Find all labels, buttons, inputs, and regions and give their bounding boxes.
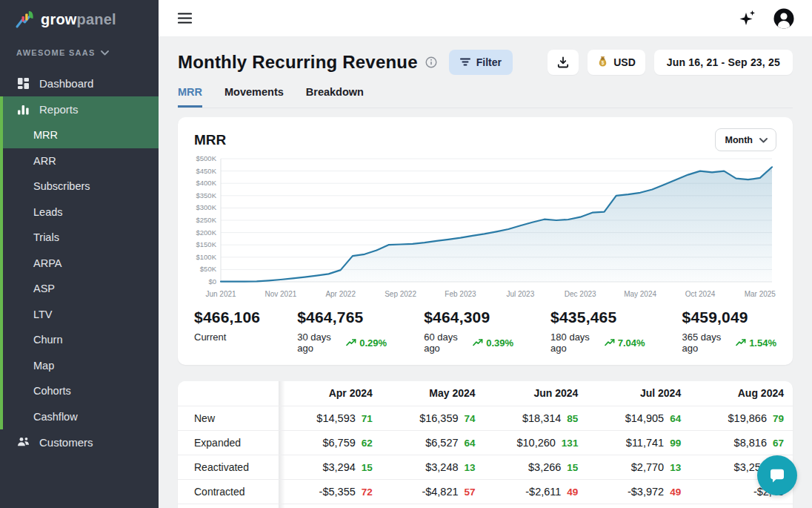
movement-value-cell: $6,52764 <box>382 430 485 455</box>
hamburger-menu-icon[interactable] <box>178 13 192 24</box>
sidebar-item-label: Dashboard <box>39 77 93 90</box>
customers-icon <box>17 436 30 449</box>
movement-value-cell: $11,74199 <box>587 430 690 455</box>
info-icon[interactable] <box>425 56 437 68</box>
download-button[interactable] <box>548 50 579 75</box>
mrr-stats: $466,106 Current $464,765 30 days ago 0.… <box>194 309 776 354</box>
tab-breakdown[interactable]: Breakdown <box>306 86 364 108</box>
trend-up-icon <box>473 339 483 346</box>
movement-value-cell: $3,24813 <box>382 455 485 479</box>
svg-text:Apr 2022: Apr 2022 <box>325 290 356 298</box>
filter-button[interactable]: Filter <box>449 50 513 75</box>
movement-value-cell: $8,81667 <box>690 430 793 455</box>
sidebar-item-dashboard[interactable]: Dashboard <box>0 70 159 96</box>
movement-value-cell: $14,90564 <box>587 406 690 430</box>
mrr-area-chart: $0$50K$100K$150K$200K$250K$300K$350K$400… <box>194 154 776 301</box>
sidebar-subitem-trials[interactable]: Trials <box>3 225 159 251</box>
dashboard-icon <box>17 77 30 90</box>
chevron-down-icon <box>101 48 109 57</box>
chevron-down-icon <box>759 135 768 145</box>
svg-text:$200K: $200K <box>196 228 217 237</box>
table-row: Contracted-$5,35572-$4,82157-$2,61149-$3… <box>178 479 793 504</box>
stat-30-days: $464,765 30 days ago 0.29% <box>297 309 387 354</box>
sidebar-subitem-cohorts[interactable]: Cohorts <box>3 378 159 404</box>
page-header: Monthly Recurring Revenue Filter <box>178 50 793 75</box>
sidebar-subitem-arpa[interactable]: ARPA <box>3 251 159 277</box>
sidebar-subitem-leads[interactable]: Leads <box>3 199 159 225</box>
user-avatar[interactable] <box>773 8 794 29</box>
movement-count: 99 <box>670 438 681 449</box>
download-icon <box>557 56 569 68</box>
trend-up-icon <box>346 339 356 346</box>
chat-bubble-icon <box>768 466 787 485</box>
sidebar-subitem-ltv[interactable]: LTV <box>3 302 159 328</box>
movement-value-cell: -$13,29156 <box>587 504 690 508</box>
sidebar-group-reports: ReportsMRRARRSubscribersLeadsTrialsARPAA… <box>0 96 159 429</box>
movement-value-cell: $16,35974 <box>382 406 485 430</box>
column-header: Apr 2024 <box>279 381 382 406</box>
ai-sparkle-icon[interactable] <box>738 9 757 28</box>
movement-value-cell: -$13,38657 <box>382 504 485 508</box>
sidebar-item-reports[interactable]: Reports <box>3 96 159 122</box>
sidebar-subitem-subscribers[interactable]: Subscribers <box>3 174 159 199</box>
stat-current: $466,106 Current <box>194 309 260 354</box>
chat-widget-button[interactable] <box>757 455 797 495</box>
svg-text:$350K: $350K <box>196 191 217 199</box>
movement-count: 15 <box>567 462 578 473</box>
movement-value-cell: $2,77013 <box>587 455 690 479</box>
movement-value-cell: $3,29415 <box>279 455 382 479</box>
table-row: Expanded$6,75962$6,52764$10,260131$11,74… <box>178 430 793 455</box>
tab-movements[interactable]: Movements <box>224 86 284 108</box>
topbar <box>159 0 812 37</box>
movement-count: 15 <box>362 462 373 473</box>
movement-count: 74 <box>465 413 476 424</box>
column-header: Aug 2024 <box>690 381 793 406</box>
movement-value-cell: -$2,61149 <box>485 479 588 504</box>
date-range-button[interactable]: Jun 16, 21 - Sep 23, 25 <box>654 50 793 75</box>
svg-text:$400K: $400K <box>196 179 217 187</box>
svg-text:$500K: $500K <box>196 154 217 162</box>
tab-mrr[interactable]: MRR <box>178 86 202 108</box>
table-corner-cell <box>178 381 279 406</box>
sidebar-item-customers[interactable]: Customers <box>0 429 159 455</box>
sidebar-subitem-arr[interactable]: ARR <box>3 148 159 174</box>
movement-count: 131 <box>562 438 579 449</box>
movement-value-cell: -$11,33743 <box>690 504 793 508</box>
svg-text:$150K: $150K <box>196 240 217 248</box>
table-row: New$14,59371$16,35974$18,31485$14,90564$… <box>178 406 793 430</box>
movement-value-cell: $18,31485 <box>485 406 588 430</box>
row-label: Reactivated <box>178 455 279 479</box>
sidebar-item-label: Reports <box>39 103 79 116</box>
sidebar-subitem-churn[interactable]: Churn <box>3 327 159 353</box>
currency-button[interactable]: $ USD <box>588 50 645 75</box>
sidebar-subitem-mrr[interactable]: MRR <box>3 122 159 148</box>
svg-text:$250K: $250K <box>196 216 217 224</box>
table-header-row: Apr 2024May 2024Jun 2024Jul 2024Aug 2024 <box>178 381 793 406</box>
movement-count: 72 <box>362 486 373 498</box>
movement-count: 57 <box>465 486 476 498</box>
sidebar-subitem-map[interactable]: Map <box>3 353 159 379</box>
movements-table-card: Apr 2024May 2024Jun 2024Jul 2024Aug 2024… <box>178 381 793 508</box>
content-area: Monthly Recurring Revenue Filter <box>159 37 812 508</box>
table-row: Churned-$11,75650-$13,38657-$17,70772-$1… <box>178 504 793 508</box>
period-select[interactable]: Month <box>715 128 776 151</box>
movement-count: 62 <box>362 438 373 449</box>
svg-text:$50K: $50K <box>200 265 217 273</box>
movement-count: 67 <box>773 438 784 449</box>
period-select-value: Month <box>725 135 753 145</box>
movement-value-cell: -$5,35572 <box>279 479 382 504</box>
movement-value-cell: -$3,97249 <box>587 479 690 504</box>
sidebar-subitem-asp[interactable]: ASP <box>3 276 159 302</box>
stat-365-days: $459,049 365 days ago 1.54% <box>682 309 776 354</box>
workspace-selector[interactable]: AWESOME SAAS <box>0 38 159 65</box>
svg-text:$0: $0 <box>208 277 216 286</box>
movement-count: 13 <box>670 462 681 473</box>
app-logo[interactable]: growpanel <box>0 0 159 38</box>
movement-count: 64 <box>465 438 476 449</box>
svg-text:Jul 2023: Jul 2023 <box>506 290 534 298</box>
page-title: Monthly Recurring Revenue <box>178 52 418 73</box>
sidebar-subitem-cashflow[interactable]: Cashflow <box>3 404 159 430</box>
row-label: New <box>178 406 279 430</box>
svg-text:Sep 2022: Sep 2022 <box>385 290 416 298</box>
svg-text:$300K: $300K <box>196 203 217 211</box>
